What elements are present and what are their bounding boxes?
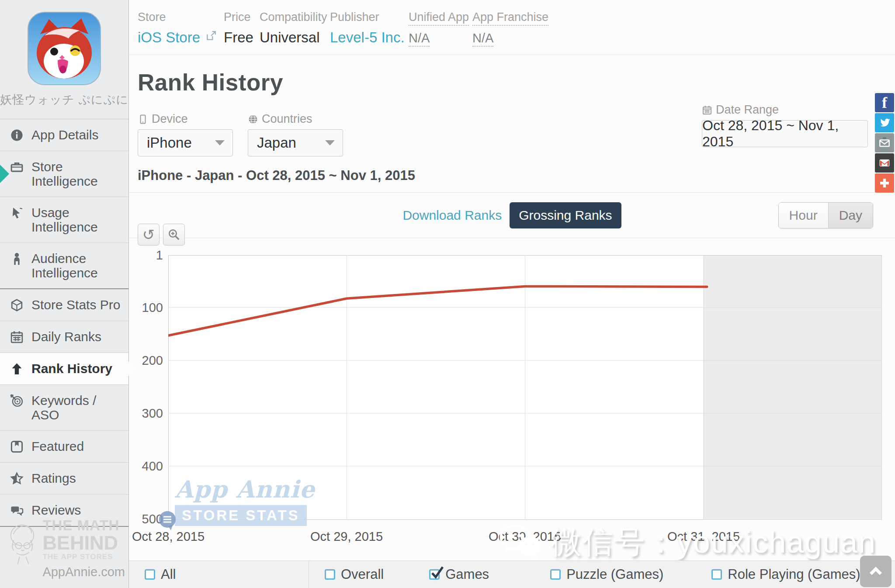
sidebar-item-label: Usage Intelligence (31, 205, 124, 234)
person-icon (10, 252, 24, 266)
sidebar-item-keywords-aso[interactable]: Keywords / ASO (0, 384, 128, 430)
chevron-up-icon (867, 563, 885, 580)
x-axis-tick: Oct 29, 2015 (298, 529, 395, 544)
category-checkbox-overall[interactable]: Overall (325, 567, 384, 582)
sidebar-item-featured[interactable]: Featured (0, 430, 128, 462)
y-axis-tick: 300 (129, 406, 163, 421)
app-meta-bar: Store iOS Store Price Free Compatibility… (129, 0, 895, 55)
checkbox-icon[interactable] (325, 569, 335, 580)
category-label: Games (445, 567, 489, 582)
facebook-share-icon[interactable]: f (875, 93, 894, 112)
calendar-icon (702, 105, 712, 115)
briefcase-icon (10, 160, 24, 174)
chart-reset-button[interactable]: ↺ (138, 224, 160, 246)
meta-value-price: Free (224, 29, 253, 45)
meta-value-unified-app: N/A (409, 31, 430, 47)
meta-label-unified-app[interactable]: Unified App (409, 10, 469, 26)
app-annie-watermark-text: App Annie (175, 475, 315, 503)
future-region (704, 256, 882, 520)
chart-subtitle: iPhone - Japan - Oct 28, 2015 ~ Nov 1, 2… (138, 168, 895, 183)
teal-flag-icon (0, 165, 9, 183)
date-range-picker[interactable]: Oct 28, 2015 ~ Nov 1, 2015 (702, 120, 868, 147)
main-content: Store iOS Store Price Free Compatibility… (129, 0, 895, 588)
checkbox-icon[interactable] (429, 569, 440, 580)
sidebar-item-store-intelligence[interactable]: Store Intelligence (0, 151, 128, 197)
date-range-label: Date Range (716, 103, 779, 117)
sidebar-item-audience-intelligence[interactable]: Audience Intelligence (0, 242, 128, 288)
wechat-logo-icon (498, 521, 544, 564)
wechat-watermark-text: 微信号：youxichaguan (551, 522, 876, 563)
reset-icon: ↺ (142, 226, 155, 243)
meta-label-publisher: Publisher (330, 10, 379, 24)
footer-site: AppAnnie.com (42, 566, 125, 579)
sidebar-item-label: Keywords / ASO (31, 393, 124, 422)
tap-icon (10, 206, 24, 220)
meta-label-price: Price (224, 10, 251, 24)
sidebar-item-rank-history[interactable]: Rank History (0, 353, 128, 384)
email-share-icon[interactable] (875, 133, 894, 152)
footer-text: BEHIND (42, 533, 125, 553)
sidebar-menu: App Details Store Intelligence Usage Int… (0, 119, 128, 527)
gmail-share-icon[interactable] (875, 153, 894, 173)
wechat-watermark: 微信号：youxichaguan (498, 521, 876, 564)
globe-icon (248, 114, 258, 125)
bookmark-icon (10, 439, 24, 454)
sidebar-item-app-details[interactable]: App Details (0, 119, 128, 151)
calendar-icon (10, 330, 24, 344)
checkbox-icon[interactable] (711, 569, 722, 580)
category-label: Puzzle (Games) (566, 567, 663, 582)
sidebar-item-label: Audience Intelligence (31, 251, 124, 280)
category-checkbox-puzzle-games[interactable]: Puzzle (Games) (550, 567, 663, 582)
cube-icon (10, 298, 24, 312)
share-bar: f (875, 93, 894, 193)
countries-dropdown[interactable]: Japan (248, 129, 343, 156)
y-axis-tick: 100 (129, 301, 163, 315)
meta-value-compatibility: Universal (260, 29, 320, 45)
category-filter-bar: All Overall Games Puzzle (Games) Role Pl… (129, 560, 895, 588)
y-axis-tick: 400 (129, 459, 163, 474)
checkbox-icon[interactable] (145, 569, 155, 580)
device-dropdown[interactable]: iPhone (138, 129, 233, 156)
app-annie-watermark: App Annie STORE STATS (175, 475, 315, 526)
zoom-in-icon (167, 228, 180, 241)
countries-dropdown-value: Japan (257, 135, 296, 151)
device-icon (138, 114, 148, 125)
category-checkbox-all[interactable]: All (129, 561, 309, 588)
meta-value-app-franchise: N/A (472, 31, 493, 47)
sidebar-item-daily-ranks[interactable]: Daily Ranks (0, 321, 128, 353)
chevron-down-icon (215, 140, 225, 145)
sidebar-item-ratings[interactable]: Ratings (0, 462, 128, 494)
sidebar-item-label: Store Intelligence (31, 159, 124, 188)
chart-zoom-button[interactable] (163, 224, 185, 246)
chevron-down-icon (325, 140, 335, 145)
sidebar-item-store-stats-pro[interactable]: Store Stats Pro (0, 288, 128, 321)
sidebar: 妖怪ウォッチ ぷにぷに App Details Store Intelligen… (0, 0, 129, 588)
y-axis-tick: 1 (129, 248, 163, 263)
date-range-group: Date Range Oct 28, 2015 ~ Nov 1, 2015 (702, 103, 868, 147)
sidebar-item-usage-intelligence[interactable]: Usage Intelligence (0, 197, 128, 242)
rank-history-chart: ↺ 1 100 200 300 400 500 Oct 28, 2 (129, 218, 895, 560)
sidebar-item-label: Featured (31, 439, 84, 453)
checkbox-icon[interactable] (550, 569, 561, 580)
sidebar-footer-logo: THE MATH BEHIND THE APP STORES AppAnnie.… (0, 501, 128, 588)
category-checkbox-games[interactable]: Games (429, 567, 489, 582)
app-annie-mascot-sketch (6, 506, 40, 585)
scroll-to-top-button[interactable] (860, 556, 892, 587)
footer-text: THE MATH (42, 518, 125, 533)
publisher-link[interactable]: Level-5 Inc. (330, 29, 405, 45)
annotation-bubble-icon[interactable] (158, 510, 178, 534)
footer-text: THE APP STORES (42, 553, 125, 560)
twitter-share-icon[interactable] (875, 113, 894, 132)
category-label: Role Playing (Games) (728, 567, 860, 582)
countries-filter-label: Countries (262, 112, 312, 126)
sidebar-item-label: Daily Ranks (31, 329, 101, 344)
sidebar-item-label: Ratings (31, 471, 76, 485)
store-link[interactable]: iOS Store (138, 29, 200, 45)
info-icon (10, 128, 24, 142)
meta-label-app-franchise[interactable]: App Franchise (472, 10, 548, 26)
arrow-up-icon (10, 362, 24, 376)
external-link-icon[interactable] (205, 30, 217, 42)
store-stats-watermark-text: STORE STATS (175, 505, 307, 526)
share-plus-icon[interactable] (875, 173, 894, 193)
category-checkbox-role-playing-games[interactable]: Role Playing (Games) (711, 567, 860, 582)
